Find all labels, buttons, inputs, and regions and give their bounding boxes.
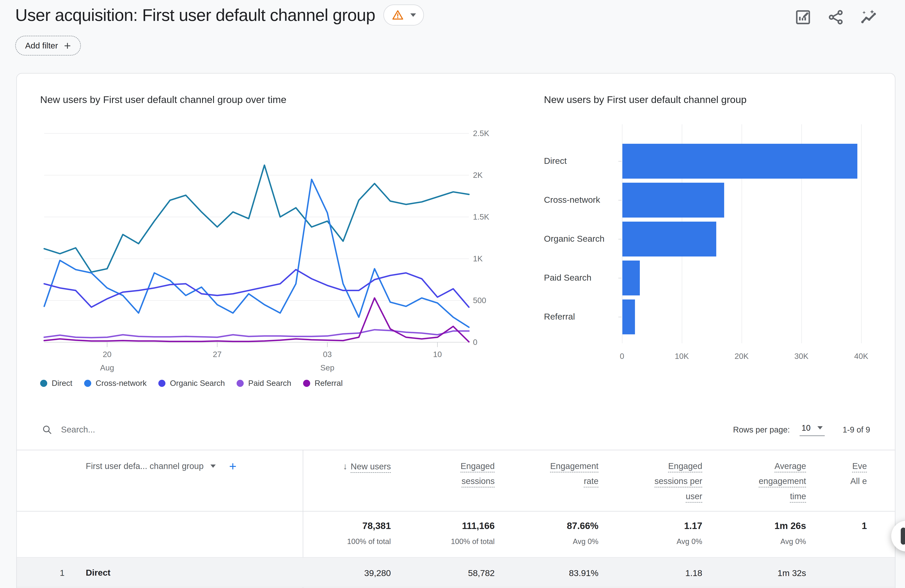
bar-referral[interactable]	[622, 299, 635, 334]
legend-item[interactable]: Direct	[40, 379, 72, 388]
bar-category-label: Direct	[544, 156, 613, 166]
row-value-cell: 83.91%	[510, 558, 614, 587]
totals-value: 1	[822, 512, 867, 531]
share-icon	[827, 8, 845, 26]
bar-axis-tick	[618, 161, 622, 162]
share-button[interactable]	[827, 8, 845, 26]
header-line: Average	[718, 461, 806, 471]
bar-axis-tick	[618, 278, 622, 278]
bar-x-axis-label: 10K	[665, 352, 698, 361]
row-value-cell: 1.18	[614, 558, 718, 587]
x-axis-label: 03	[307, 350, 348, 359]
totals-value: 1m 26s	[718, 512, 806, 531]
bar-paid-search[interactable]	[622, 261, 640, 296]
totals-cell: 1m 26sAvg 0%	[718, 512, 822, 557]
chevron-down-icon[interactable]	[210, 464, 216, 468]
bar-category-label: Organic Search	[544, 234, 613, 244]
legend-item[interactable]: Organic Search	[158, 379, 225, 388]
totals-sublabel: Avg 0%	[510, 537, 599, 546]
metric-header-2[interactable]: Engagedsessions	[406, 450, 510, 511]
metric-header-1[interactable]: ↓New users	[303, 450, 406, 511]
rows-per-page-select[interactable]: 10	[800, 423, 825, 436]
x-axis-label: 27	[197, 350, 238, 359]
bar-axis-tick	[618, 317, 622, 317]
line-series-direct	[44, 165, 469, 272]
pagination-range: 1-9 of 9	[843, 425, 870, 434]
search-input[interactable]: Search...	[61, 425, 95, 434]
table-row[interactable]: 1 Direct 39,28058,78283.91%1.181m 32s	[17, 557, 895, 588]
metric-header-5[interactable]: Averageengagementtime	[718, 450, 822, 511]
header-line: Engagement	[510, 461, 599, 471]
bar-x-axis-label: 20K	[726, 352, 758, 361]
y-axis-label: 0	[473, 338, 478, 347]
bar-organic-search[interactable]	[622, 222, 716, 256]
insights-icon	[860, 8, 877, 26]
chevron-down-icon	[410, 13, 416, 17]
row-value: 1.18	[614, 558, 702, 578]
legend-dot	[237, 380, 244, 387]
header-text: engagement	[759, 476, 806, 486]
metric-header-last[interactable]: EveAll e	[822, 450, 883, 511]
line-chart-svg	[44, 133, 469, 373]
customize-report-button[interactable]	[794, 8, 812, 26]
row-value: 83.91%	[510, 558, 599, 578]
row-number: 1	[60, 568, 65, 578]
line-chart[interactable]: 20Aug2703Sep10	[44, 133, 469, 373]
header-text: sessions per	[654, 476, 702, 486]
legend-item[interactable]: Referral	[303, 379, 343, 388]
bar-category-label: Referral	[544, 311, 613, 322]
data-quality-pill[interactable]	[383, 5, 424, 25]
bar-gridline	[861, 124, 862, 343]
legend-item[interactable]: Paid Search	[237, 379, 291, 388]
search-icon	[41, 424, 52, 435]
legend-label: Paid Search	[248, 379, 291, 388]
page-title: User acquisition: First user default cha…	[15, 5, 375, 25]
header-text: time	[790, 491, 806, 501]
row-value: 58,782	[406, 558, 495, 578]
dimension-header-cell[interactable]: First user defa... channel group +	[17, 450, 303, 511]
metric-header-4[interactable]: Engagedsessions peruser	[614, 450, 718, 511]
add-filter-button[interactable]: Add filter +	[15, 36, 81, 56]
header-line: Engaged	[614, 461, 702, 471]
bar-cross-network[interactable]	[622, 183, 724, 218]
header-line: Eve	[822, 461, 867, 471]
totals-cell: 87.66%Avg 0%	[510, 512, 614, 557]
table-controls: Rows per page: 10 1-9 of 9	[733, 423, 895, 436]
totals-sublabel: Avg 0%	[718, 537, 806, 546]
y-axis-label: 2K	[473, 171, 483, 180]
header-text: Engagement	[550, 461, 599, 471]
rows-per-page-label: Rows per page:	[733, 425, 790, 434]
header-text: Engaged	[460, 461, 495, 471]
totals-cell: 78,381100% of total	[303, 512, 406, 557]
bar-x-axis-label: 0	[606, 352, 638, 361]
insights-button[interactable]	[860, 8, 878, 26]
customize-report-icon	[794, 8, 812, 26]
bar-chart[interactable]: 010K20K30K40KDirectCross-networkOrganic …	[544, 124, 895, 428]
header-line: Engaged	[406, 461, 495, 471]
legend-item[interactable]: Cross-network	[84, 379, 146, 388]
bar-axis-tick	[618, 239, 622, 240]
table-totals-row: 78,381100% of total111,166100% of total8…	[17, 512, 895, 557]
y-axis-label: 1.5K	[473, 213, 489, 221]
legend-label: Cross-network	[96, 379, 146, 388]
bar-direct[interactable]	[622, 144, 857, 179]
bar-category-label: Paid Search	[544, 273, 613, 283]
x-axis-sublabel: Sep	[307, 363, 348, 372]
header-subtext: All e	[822, 476, 867, 486]
totals-sublabel: 100% of total	[406, 537, 495, 546]
row-dimension-cell: 1 Direct	[17, 558, 303, 587]
table-search[interactable]: Search...	[17, 424, 95, 435]
legend-label: Direct	[52, 379, 72, 388]
header-line: sessions	[406, 476, 495, 486]
bar-x-axis-label: 30K	[785, 352, 818, 361]
x-axis-label: 20	[87, 350, 127, 359]
row-value: 1m 32s	[718, 558, 806, 578]
metric-header-3[interactable]: Engagementrate	[510, 450, 614, 511]
bar-x-axis-label: 40K	[845, 352, 877, 361]
header-line: user	[614, 491, 702, 501]
header-line: engagement	[718, 476, 806, 486]
header-text: user	[686, 491, 702, 501]
dimension-header-label: First user defa... channel group	[86, 461, 203, 471]
legend-label: Referral	[314, 379, 343, 388]
row-value-cell: 58,782	[406, 558, 510, 587]
